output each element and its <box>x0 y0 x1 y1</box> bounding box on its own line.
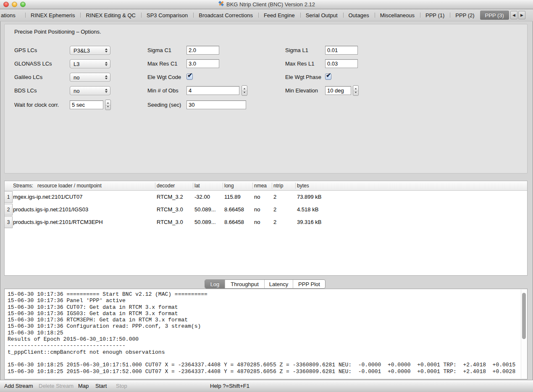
col-header-long[interactable]: long <box>224 183 234 189</box>
min-obs-label: Min # of Obs <box>147 87 179 94</box>
cell-decoder: RTCM_3.2 <box>157 194 183 200</box>
col-header-bytes[interactable]: bytes <box>297 183 309 189</box>
cell-bytes: 73.899 kB <box>297 194 322 200</box>
tab-latency[interactable]: Latency <box>264 280 293 288</box>
tab-ppp-3[interactable]: PPP (3) <box>480 11 509 20</box>
bds-lcs-select[interactable]: no <box>70 86 110 95</box>
cell-ntrip: 2 <box>273 206 276 213</box>
col-header-ntrip[interactable]: ntrip <box>273 183 283 189</box>
col-header-lat[interactable]: lat <box>194 183 200 189</box>
ele-wgt-code-checkbox[interactable]: ✔ <box>186 74 193 80</box>
table-row[interactable]: 1 mgex.igs-ip.net:2101/CUT07 RTCM_3.2 -3… <box>5 191 527 203</box>
cell-ntrip: 2 <box>273 194 276 200</box>
seeding-input[interactable] <box>186 100 246 109</box>
minimize-window-button[interactable] <box>12 2 17 7</box>
updown-arrows-icon <box>105 89 110 93</box>
tab-broadcast-corrections[interactable]: Broadcast Corrections <box>193 9 258 21</box>
col-header-mountpoint[interactable]: Streams: resource loader / mountpoint <box>13 183 102 189</box>
max-res-c1-input[interactable] <box>186 59 219 68</box>
column-separator <box>272 183 272 189</box>
tab-rinex-ephemeris[interactable]: RINEX Ephemeris <box>25 9 80 21</box>
tab-ppp-1[interactable]: PPP (1) <box>420 9 450 21</box>
column-separator <box>193 183 193 189</box>
sigma-c1-input[interactable] <box>186 46 219 55</box>
checkmark-icon: ✔ <box>326 71 331 79</box>
ele-wgt-phase-checkbox[interactable]: ✔ <box>325 74 331 80</box>
tab-outages[interactable]: Outages <box>343 9 375 21</box>
cell-decoder: RTCM_3.0 <box>157 206 183 213</box>
tab-rinex-editing-qc[interactable]: RINEX Editing & QC <box>80 9 141 21</box>
checkmark-icon: ✔ <box>187 71 193 79</box>
tab-throughput[interactable]: Throughput <box>225 280 264 288</box>
window-controls <box>3 2 26 7</box>
zoom-window-button[interactable] <box>20 2 26 7</box>
log-line: 15-06-30 10:17:36 Panel 'PPP' active <box>8 297 520 304</box>
tab-ppp-2[interactable]: PPP (2) <box>450 9 480 21</box>
col-header-nmea[interactable]: nmea <box>254 183 267 189</box>
streams-table-header: Streams: resource loader / mountpoint de… <box>5 181 527 191</box>
help-shortcut-label: Help ?=Shift+F1 <box>210 383 249 389</box>
tab-log[interactable]: Log <box>205 280 225 288</box>
wait-clock-stepper[interactable] <box>105 100 111 110</box>
cell-long: 8.66458 <box>224 206 244 213</box>
tab-serial-output[interactable]: Serial Output <box>300 9 343 21</box>
stop-button: Stop <box>116 383 127 389</box>
galileo-lcs-label: Galileo LCs <box>14 74 42 80</box>
tab-ppp-plot[interactable]: PPP Plot <box>293 280 325 288</box>
add-stream-button[interactable]: Add Stream <box>4 383 33 389</box>
map-button[interactable]: Map <box>78 383 89 389</box>
log-scrollbar[interactable] <box>521 289 527 379</box>
sigma-l1-input[interactable] <box>325 46 358 55</box>
bds-lcs-label: BDS LCs <box>14 87 37 94</box>
row-header[interactable]: 2 <box>5 204 13 216</box>
col-header-decoder[interactable]: decoder <box>157 183 175 189</box>
log-view[interactable]: 15-06-30 10:17:36 ========== Start BNC v… <box>4 289 528 379</box>
log-text: 15-06-30 10:17:36 ========== Start BNC v… <box>8 291 520 375</box>
glonass-lcs-label: GLONASS LCs <box>14 61 52 67</box>
delete-stream-button: Delete Stream <box>39 383 74 389</box>
tab-sp3-comparison[interactable]: SP3 Comparison <box>141 9 193 21</box>
table-row[interactable]: 3 products.igs-ip.net:2101/RTCM3EPH RTCM… <box>5 216 527 229</box>
row-header[interactable]: 3 <box>5 216 13 228</box>
gps-lcs-label: GPS LCs <box>14 47 37 53</box>
min-obs-input[interactable] <box>186 86 239 95</box>
glonass-lcs-select[interactable]: L3 <box>70 59 110 68</box>
min-elevation-stepper[interactable] <box>353 85 359 96</box>
cell-ntrip: 2 <box>273 219 276 225</box>
max-res-l1-label: Max Res L1 <box>285 61 314 67</box>
bottom-toolbar: Add Stream Delete Stream Map Start Stop … <box>0 380 533 392</box>
log-line: 15-06-30 10:17:36 Configuration read: PP… <box>8 323 520 329</box>
cell-bytes: 39.316 kB <box>297 219 322 225</box>
window-title: BKG Ntrip Client (BNC) Version 2.12 <box>226 1 315 8</box>
table-row[interactable]: 2 products.igs-ip.net:2101/IGS03 RTCM_3.… <box>5 203 527 216</box>
start-button[interactable]: Start <box>95 383 107 389</box>
min-obs-stepper[interactable] <box>242 85 247 96</box>
tab-truncated-ations[interactable]: ations <box>0 9 25 21</box>
cell-long: 115.89 <box>224 194 241 200</box>
row-header[interactable]: 1 <box>5 191 13 203</box>
titlebar: BKG Ntrip Client (BNC) Version 2.12 <box>0 0 533 9</box>
sigma-l1-label: Sigma L1 <box>285 47 308 53</box>
cell-nmea: no <box>254 206 260 213</box>
max-res-l1-input[interactable] <box>325 59 358 68</box>
cell-long: 8.66458 <box>224 219 244 225</box>
wait-clock-input[interactable] <box>70 100 103 109</box>
tab-scroll-right-button[interactable]: ▶ <box>518 11 525 19</box>
galileo-lcs-select[interactable]: no <box>70 73 110 82</box>
updown-arrows-icon <box>105 75 110 79</box>
tab-scroll-left-button[interactable]: ◀ <box>510 11 517 19</box>
min-elevation-input[interactable] <box>325 86 351 95</box>
gps-lcs-select[interactable]: P3&L3 <box>70 46 110 55</box>
cell-decoder: RTCM_3.0 <box>157 219 183 225</box>
cell-mountpoint: products.igs-ip.net:2101/RTCM3EPH <box>13 219 103 225</box>
column-separator <box>295 183 296 189</box>
sigma-c1-label: Sigma C1 <box>147 47 171 53</box>
cell-lat: -32.00 <box>194 194 210 200</box>
log-line: 15-06-30 10:18:25 2015-06-30_10:17:51.00… <box>8 362 520 368</box>
tab-feed-engine[interactable]: Feed Engine <box>258 9 300 21</box>
scrollbar-thumb[interactable] <box>522 293 526 339</box>
cell-lat: 50.089... <box>194 219 216 225</box>
close-window-button[interactable] <box>3 2 9 7</box>
log-line: 15-06-30 10:18:25 <box>8 330 520 336</box>
tab-miscellaneous[interactable]: Miscellaneous <box>375 9 420 21</box>
